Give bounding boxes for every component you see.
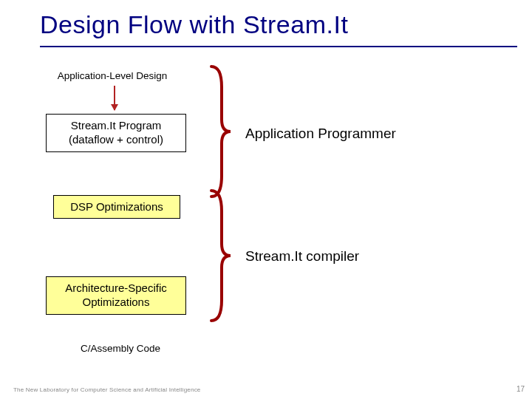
stage-application-level-design: Application-Level Design (46, 66, 179, 86)
stage-dsp-optimizations: DSP Optimizations (53, 195, 180, 219)
title-underline (40, 46, 517, 47)
slide-title: Design Flow with Stream.It (40, 10, 348, 39)
stage-c-assembly-code: C/Assembly Code (65, 340, 176, 358)
stage-streamit-program: Stream.It Program (dataflow + control) (46, 114, 186, 152)
stage-architecture-specific-optimizations: Architecture-Specific Optimizations (46, 276, 186, 315)
annotation-application-programmer: Application Programmer (245, 126, 396, 142)
stage-label: Architecture-Specific Optimizations (65, 282, 167, 310)
annotation-streamit-compiler: Stream.It compiler (245, 248, 359, 265)
brace-icon (204, 189, 233, 322)
page-number: 17 (516, 385, 525, 393)
arrow-down-icon (114, 86, 115, 110)
footer-text: The New Laboratory for Computer Science … (13, 386, 201, 393)
brace-icon (204, 65, 233, 198)
stage-label: DSP Optimizations (70, 200, 163, 214)
stage-label: Stream.It Program (dataflow + control) (69, 119, 163, 147)
